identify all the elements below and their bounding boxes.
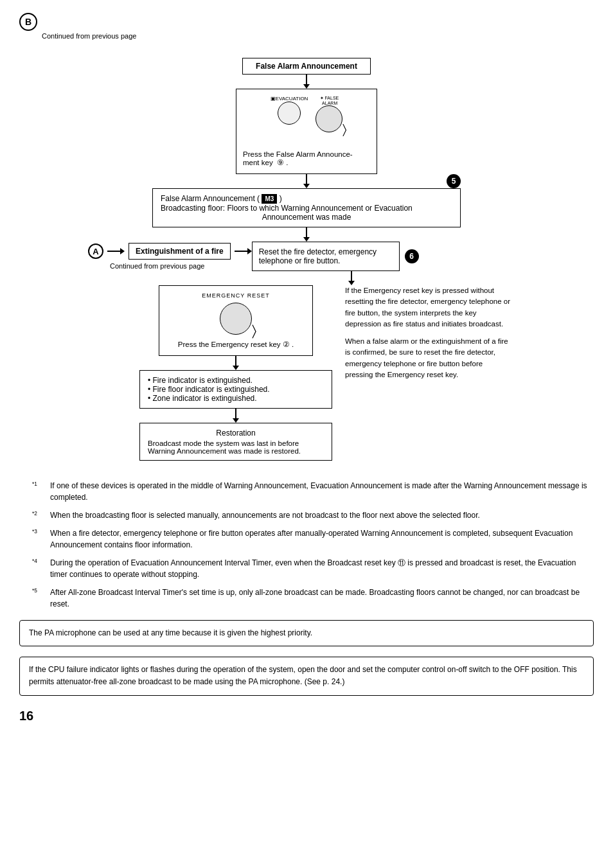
arrow-5 [233, 356, 239, 370]
footnote-3-text: When a fire detector, emergency telephon… [50, 527, 594, 551]
footnotes-section: *1 If one of these devices is operated i… [32, 480, 594, 610]
footnote-2-text: When the broadcasting floor is selected … [50, 509, 594, 521]
reset-text1: Reset the fire detector, emergency [259, 247, 377, 256]
footnote-3-marker: *3 [32, 527, 50, 538]
continued-from-previous-bottom: Continued from previous page [110, 262, 204, 270]
emergency-center-col: EMERGENCY RESET 〉 Press the Emergency re… [139, 285, 332, 461]
footnote-1-marker: *1 [32, 480, 50, 491]
press-emergency-text: Press the Emergency reset key ② . [166, 340, 306, 349]
hand-cursor-icon: 〉 [342, 122, 347, 137]
emergency-label-text: EMERGENCY RESET [166, 292, 306, 299]
emergency-key-button: 〉 [220, 303, 252, 335]
false-alarm-title-box: False Alarm Announcement [242, 58, 371, 75]
arrow-right-icon [107, 248, 125, 254]
emergency-reset-box: EMERGENCY RESET 〉 Press the Emergency re… [159, 285, 313, 356]
arrow-3 [303, 227, 310, 242]
indicator-line3: • Zone indicator is extinguished. [148, 394, 324, 403]
hand-icon-emergency: 〉 [252, 323, 256, 339]
footnote-5-marker: *5 [32, 587, 50, 598]
false-alarm-key-button: 〉 [315, 105, 342, 132]
footnote-5: *5 After All-zone Broadcast Interval Tim… [32, 587, 594, 610]
arrow-1 [303, 75, 310, 89]
restoration-text: Broadcast mode the system was last in be… [148, 439, 324, 455]
indicator-line1: • Fire indicator is extinguished. [148, 376, 324, 385]
extinguish-label-row: A Extinguishment of a fire [88, 243, 252, 260]
false-alarm-title-text: False Alarm Announcement [256, 62, 357, 71]
footnote-3: *3 When a fire detector, emergency telep… [32, 527, 594, 551]
side-note: If the Emergency reset key is pressed wi… [345, 285, 512, 380]
side-note-para1: If the Emergency reset key is pressed wi… [345, 285, 512, 330]
extinguish-box: Extinguishment of a fire [129, 243, 231, 260]
arrow-4 [348, 271, 355, 285]
keyboard-box: ▣EVACUATION ✦ FALSE ALARM 〉 Press the Fa… [236, 89, 377, 174]
page-number: 16 [19, 709, 594, 723]
step5-badge: 5 [447, 174, 461, 188]
footnote-1: *1 If one of these devices is operated i… [32, 480, 594, 503]
info-box-1: The PA microphone can be used at any tim… [19, 620, 594, 646]
press-false-alarm-text: Press the False Alarm Announce-ment key … [243, 150, 370, 167]
arrow-2 [303, 174, 310, 188]
continued-from-previous-top: Continued from previous page [42, 32, 136, 40]
flow-diagram: False Alarm Announcement ▣EVACUATION ✦ F… [19, 58, 594, 461]
fa-announce-line2: Broadcasting floor: Floors to which Warn… [161, 204, 452, 213]
step6-row: A Extinguishment of a fire Continued fro… [88, 242, 525, 271]
info-box-2: If the CPU failure indicator lights or f… [19, 657, 594, 695]
circle-b-label: B [19, 13, 37, 31]
restoration-box: Restoration Broadcast mode the system wa… [139, 423, 332, 461]
circle-a-label: A [88, 244, 103, 259]
fa-announce-line1: False Alarm Announcement ( M3 ) [161, 194, 452, 204]
false-alarm-key-label: ✦ FALSE ALARM [320, 96, 339, 105]
reset-detector-box: Reset the fire detector, emergency telep… [252, 242, 400, 271]
footnote-2: *2 When the broadcasting floor is select… [32, 509, 594, 521]
false-alarm-announcement-box: False Alarm Announcement ( M3 ) Broadcas… [152, 188, 461, 227]
arrow-right-2 [235, 248, 252, 254]
evacuation-key-button [278, 102, 301, 125]
step6-badge: 6 [405, 249, 419, 263]
arrow-6 [233, 409, 239, 423]
footnote-5-text: After All-zone Broadcast Interval Timer'… [50, 587, 594, 610]
footnote-4-marker: *4 [32, 557, 50, 568]
footnote-1-text: If one of these devices is operated in t… [50, 480, 594, 503]
restoration-title: Restoration [148, 429, 324, 438]
footnote-4-text: During the operation of Evacuation Annou… [50, 557, 594, 580]
footnote-2-marker: *2 [32, 509, 50, 520]
footnote-4: *4 During the operation of Evacuation An… [32, 557, 594, 580]
indicator-line2: • Fire floor indicator is extinguished. [148, 385, 324, 394]
side-note-para2: When a false alarm or the extinguishment… [345, 336, 512, 380]
evacuation-key-label: ▣EVACUATION [271, 96, 308, 102]
m3-tag: M3 [262, 194, 277, 204]
fa-announce-line3: Announcement was made [161, 213, 452, 222]
reset-text2: telephone or fire button. [259, 256, 341, 265]
reset-box-row: Reset the fire detector, emergency telep… [252, 242, 419, 271]
emergency-section: EMERGENCY RESET 〉 Press the Emergency re… [139, 285, 512, 461]
indicators-box: • Fire indicator is extinguished. • Fire… [139, 370, 332, 409]
